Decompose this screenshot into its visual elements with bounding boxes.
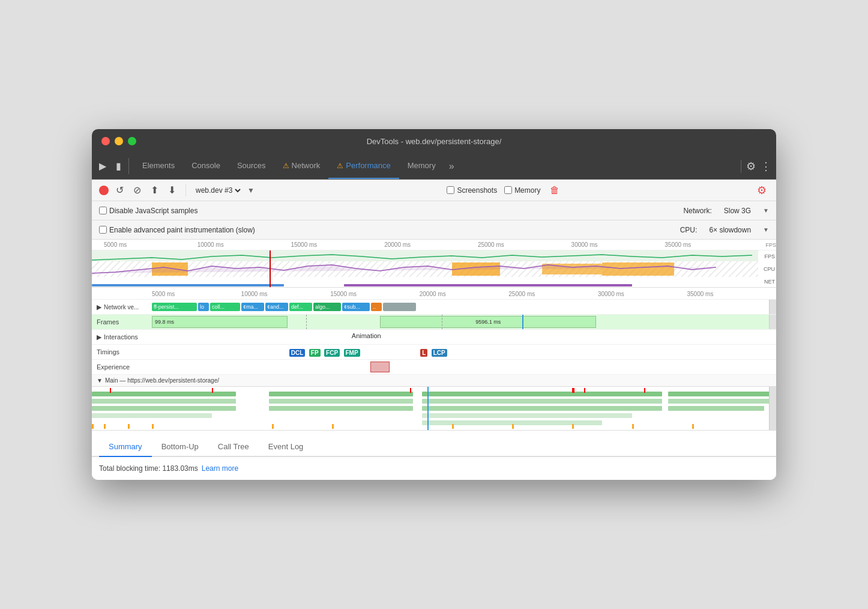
net-block-5[interactable]: ¢and...: [265, 303, 288, 311]
screenshots-checkbox[interactable]: [447, 186, 454, 194]
network-dropdown-arrow[interactable]: ▼: [763, 207, 769, 214]
flame-svg: [92, 387, 776, 430]
network-row-label[interactable]: ▶ Network ve...: [92, 302, 152, 312]
experience-block[interactable]: [370, 362, 390, 372]
net-block-7[interactable]: algo...: [313, 303, 341, 311]
timings-row: Timings DCL FP FCP FMP L LCP: [92, 345, 776, 360]
main-label-text: Main — https://web.dev/persistent-storag…: [105, 377, 219, 384]
minimize-button[interactable]: [115, 137, 123, 145]
devtools-window: DevTools - web.dev/persistent-storage/ ▶…: [92, 129, 776, 480]
tab-summary[interactable]: Summary: [99, 437, 152, 457]
delete-profile-button[interactable]: 🗑: [547, 184, 562, 197]
ruler-5000: 5000 ms: [104, 241, 197, 248]
profile-dropdown-arrow[interactable]: ▼: [247, 186, 255, 195]
memory-checkbox-label[interactable]: Memory: [504, 186, 540, 195]
disable-js-label[interactable]: Disable JavaScript samples: [99, 207, 197, 215]
tab-performance[interactable]: ⚠ Performance: [328, 153, 399, 179]
frames-label-text: Frames: [97, 318, 119, 326]
tl-20000: 20000 ms: [420, 291, 509, 297]
badge-fmp[interactable]: FMP: [344, 349, 360, 357]
net-block-8[interactable]: ¢sub...: [342, 303, 370, 311]
blue-line: [522, 315, 523, 329]
cpu-area: [92, 261, 758, 277]
main-expand-arrow[interactable]: ▼: [97, 377, 103, 384]
net-block-4[interactable]: ¢ma...: [241, 303, 264, 311]
scrubber-line[interactable]: [270, 250, 271, 288]
tab-network[interactable]: ⚠ Network: [274, 153, 329, 179]
cursor-icon[interactable]: ▶: [97, 158, 109, 174]
tab-console[interactable]: Console: [183, 153, 229, 179]
settings-gear-icon[interactable]: ⚙: [755, 183, 769, 198]
tab-elements[interactable]: Elements: [134, 153, 183, 179]
blocking-time-text: Total blocking time: 1183.03ms: [99, 464, 198, 473]
maximize-button[interactable]: [128, 137, 136, 145]
tab-bottom-up[interactable]: Bottom-Up: [152, 437, 208, 457]
row-scrollbar[interactable]: [769, 300, 776, 314]
ruler-10000: 10000 ms: [197, 241, 291, 248]
close-button[interactable]: [101, 137, 110, 145]
tl-15000: 15000 ms: [330, 291, 420, 297]
tab-call-tree[interactable]: Call Tree: [208, 437, 259, 457]
svg-rect-13: [269, 399, 413, 404]
flame-chart[interactable]: [92, 387, 776, 430]
frames-label: Frames: [92, 317, 152, 327]
frames-scrollbar[interactable]: [769, 315, 776, 329]
tab-more-button[interactable]: »: [444, 161, 459, 172]
more-options-icon[interactable]: ⋮: [761, 160, 771, 173]
clear-button[interactable]: ⊘: [131, 183, 143, 197]
tab-elements-label: Elements: [142, 161, 175, 170]
dock-icon[interactable]: ▮: [113, 158, 124, 174]
fps-label: FPS: [758, 242, 776, 248]
flame-scrollbar[interactable]: [769, 387, 776, 430]
tab-console-label: Console: [191, 161, 220, 170]
tab-sources[interactable]: Sources: [229, 153, 274, 179]
net-block-9[interactable]: ..: [371, 303, 382, 311]
memory-checkbox[interactable]: [504, 186, 512, 194]
tl-35000: 35000 ms: [687, 291, 776, 297]
cpu-setting-label: CPU:: [680, 226, 698, 234]
network-warn-icon: ⚠: [283, 162, 289, 170]
badge-fp[interactable]: FP: [309, 349, 321, 357]
advanced-paint-checkbox[interactable]: [99, 226, 107, 234]
perf-toolbar-right: Screenshots Memory 🗑: [447, 184, 562, 197]
disable-js-checkbox[interactable]: [99, 207, 107, 214]
net-block-1[interactable]: ff-persist...: [152, 303, 197, 311]
download-button[interactable]: ⬇: [166, 183, 178, 197]
interactions-content: Animation: [152, 330, 776, 344]
badge-lcp[interactable]: LCP: [432, 349, 447, 357]
interactions-label-text: Interactions: [104, 333, 138, 341]
net-block-2[interactable]: lo: [198, 303, 209, 311]
timing-badges-group-1: DCL FP FCP FMP: [289, 347, 360, 357]
screenshots-checkbox-label[interactable]: Screenshots: [447, 186, 497, 195]
svg-rect-35: [452, 424, 454, 429]
overview-chart[interactable]: FPS CPU NET: [92, 250, 776, 288]
badge-dcl[interactable]: DCL: [289, 349, 306, 357]
interactions-expand: ▶: [97, 333, 101, 341]
learn-more-link[interactable]: Learn more: [202, 464, 238, 473]
ruler-35000: 35000 ms: [665, 241, 758, 248]
net-block-10[interactable]: [383, 303, 416, 311]
settings-icon[interactable]: ⚙: [746, 160, 756, 173]
frame-block-1[interactable]: 99.8 ms: [152, 316, 288, 328]
reload-button[interactable]: ↺: [113, 183, 126, 197]
badge-l[interactable]: L: [420, 349, 427, 357]
toolbar-right: ⚙ ⋮: [741, 160, 771, 173]
tab-bar: Elements Console Sources ⚠ Network ⚠ Per…: [134, 153, 741, 179]
svg-rect-32: [152, 424, 154, 429]
window-title: DevTools - web.dev/persistent-storage/: [367, 137, 502, 146]
record-button[interactable]: [99, 186, 109, 195]
frame-block-2[interactable]: 9596.1 ms: [380, 316, 596, 328]
badge-fcp[interactable]: FCP: [324, 349, 340, 357]
net-block-3[interactable]: coll...: [210, 303, 240, 311]
net-block-6[interactable]: def...: [289, 303, 312, 311]
upload-button[interactable]: ⬆: [148, 183, 161, 197]
profile-select[interactable]: web.dev #3: [193, 186, 243, 195]
advanced-paint-label[interactable]: Enable advanced paint instrumentation (s…: [99, 226, 255, 234]
svg-rect-26: [572, 388, 574, 393]
settings-right-1: Network: Slow 3G ▼: [683, 207, 769, 215]
tab-memory[interactable]: Memory: [399, 153, 444, 179]
tab-event-log[interactable]: Event Log: [259, 437, 313, 457]
svg-rect-27: [584, 388, 585, 393]
interactions-label[interactable]: ▶ Interactions: [92, 332, 152, 342]
cpu-dropdown-arrow[interactable]: ▼: [763, 226, 769, 233]
